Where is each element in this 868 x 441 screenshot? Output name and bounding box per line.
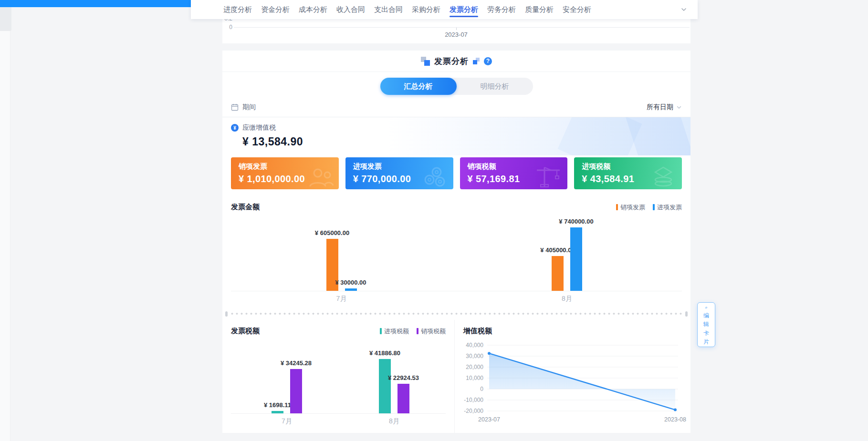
- legend-input-invoice[interactable]: 进项发票: [653, 203, 682, 212]
- x-axis-line: [231, 413, 446, 414]
- y-axis-tick-label: 30,000: [466, 353, 483, 359]
- x-axis-tick-mark: [456, 28, 457, 30]
- legend-label: 进项发票: [657, 203, 682, 212]
- legend: 销项发票 进项发票: [616, 203, 682, 212]
- date-range-value: 所有日期: [647, 103, 673, 112]
- toggle-summary-analysis[interactable]: 汇总分析: [380, 78, 457, 95]
- bar-value-label: ¥ 405000.00: [540, 246, 575, 254]
- tab-income-contract[interactable]: 收入合同: [336, 0, 365, 19]
- y-axis-tick-label: 20,000: [466, 364, 483, 370]
- bar-进项发票-8月[interactable]: [570, 227, 582, 291]
- y-axis-tick-label: -10,000: [464, 397, 483, 403]
- edit-cards-label: 编辑卡片: [703, 311, 710, 347]
- y-axis-tick-label: 40,000: [466, 342, 483, 349]
- tab-procurement-analysis[interactable]: 采购分析: [412, 0, 440, 19]
- edit-cards-icon: [702, 307, 710, 309]
- tab-quality-analysis[interactable]: 质量分析: [525, 0, 554, 19]
- legend-label: 进项税额: [384, 327, 409, 336]
- card-label: 销项税额: [468, 162, 560, 171]
- bar-value-label: ¥ 22924.53: [388, 374, 419, 381]
- legend-marker: [380, 328, 382, 334]
- analysis-nav-bar: 进度分析 资金分析 成本分析 收入合同 支出合同 采购分析 发票分析 劳务分析 …: [191, 0, 698, 19]
- card-value: ¥ 57,169.81: [468, 174, 560, 185]
- card-label: 销项发票: [239, 162, 331, 171]
- tab-expense-contract[interactable]: 支出合同: [374, 0, 403, 19]
- period-filter-row: 期间 所有日期: [222, 98, 690, 117]
- invoice-tax-chart[interactable]: ¥ 1698.11¥ 34245.287月¥ 41886.80¥ 22924.5…: [222, 336, 454, 426]
- legend-marker: [417, 328, 418, 334]
- x-axis-category-label: 8月: [562, 295, 572, 303]
- invoice-tax-header: 发票税额 进项税额 销项税额: [222, 327, 454, 336]
- analysis-mode-toggle-wrap: 汇总分析 明细分析: [222, 78, 690, 95]
- analysis-mode-toggle: 汇总分析 明细分析: [380, 78, 533, 95]
- bar-进项发票-7月[interactable]: [345, 288, 357, 291]
- legend-marker: [616, 204, 618, 210]
- bar-进项税额-7月[interactable]: [272, 411, 283, 413]
- card-input-invoice: 进项发票 ¥ 770,000.00: [345, 157, 453, 189]
- legend-input-tax[interactable]: 进项税额: [380, 327, 409, 336]
- vat-trend-line-chart[interactable]: 40,00030,00020,00010,0000-10,000-20,0002…: [458, 338, 688, 430]
- tab-safety-analysis[interactable]: 安全分析: [563, 0, 591, 19]
- x-axis-line: [234, 27, 690, 28]
- bar-销项税额-8月[interactable]: [397, 384, 409, 413]
- legend-label: 销项发票: [620, 203, 645, 212]
- data-point[interactable]: [674, 409, 677, 411]
- invoice-amount-header: 发票金额 销项发票 进项发票: [222, 203, 690, 212]
- x-axis-label: 2023-07: [478, 416, 500, 423]
- invoice-amount-chart[interactable]: ¥ 605000.00¥ 30000.007月¥ 405000.00¥ 7400…: [222, 212, 690, 307]
- edit-cards-button[interactable]: 编辑卡片: [697, 302, 715, 347]
- invoice-analysis-panel: 发票分析 ? 汇总分析 明细分析 期间 所有日期: [222, 51, 690, 433]
- card-output-tax: 销项税额 ¥ 57,169.81: [460, 157, 568, 189]
- bar-销项发票-8月[interactable]: [552, 256, 564, 291]
- tab-progress-analysis[interactable]: 进度分析: [223, 0, 252, 19]
- date-range-dropdown[interactable]: 所有日期: [647, 103, 682, 112]
- x-axis-category-label: 7月: [282, 417, 292, 426]
- tab-cost-analysis[interactable]: 成本分析: [299, 0, 327, 19]
- data-point[interactable]: [488, 352, 491, 355]
- summary-cards-row: 销项发票 ¥ 1,010,000.00 进项发票 ¥ 770,000.00: [222, 155, 690, 189]
- squares-decor-icon: [421, 57, 430, 66]
- card-output-invoice: 销项发票 ¥ 1,010,000.00: [231, 157, 339, 189]
- left-collapsed-panel: [0, 7, 11, 31]
- dotted-line: [229, 312, 684, 315]
- card-value: ¥ 770,000.00: [353, 174, 446, 185]
- legend: 进项税额 销项税额: [380, 327, 446, 336]
- divider-handle[interactable]: [685, 311, 688, 317]
- toggle-detail-analysis[interactable]: 明细分析: [457, 78, 533, 95]
- help-icon[interactable]: ?: [484, 57, 492, 65]
- tab-labor-analysis[interactable]: 劳务分析: [487, 0, 516, 19]
- chevron-down-icon[interactable]: [680, 5, 688, 14]
- period-label: 期间: [242, 103, 256, 112]
- vat-trend-header: 增值税额: [455, 327, 690, 336]
- x-axis-label: 2023-07: [432, 31, 480, 38]
- banner-decor-shape: [624, 117, 690, 155]
- card-input-tax: 进项税额 ¥ 43,584.91: [574, 157, 682, 189]
- card-value: ¥ 1,010,000.00: [239, 174, 331, 185]
- legend-marker: [653, 204, 655, 210]
- x-axis-label: 2023-08: [664, 416, 686, 423]
- tab-invoice-analysis[interactable]: 发票分析: [450, 0, 478, 19]
- tab-funds-analysis[interactable]: 资金分析: [261, 0, 290, 19]
- y-axis-tick: 0: [218, 24, 232, 31]
- bar-value-label: ¥ 1698.11: [264, 401, 291, 409]
- nav-tabs: 进度分析 资金分析 成本分析 收入合同 支出合同 采购分析 发票分析 劳务分析 …: [223, 0, 591, 19]
- legend-label: 销项税额: [421, 327, 446, 336]
- card-value: ¥ 43,584.91: [582, 174, 674, 185]
- x-axis-category-label: 8月: [389, 417, 399, 426]
- dashboard-page: 进度分析 资金分析 成本分析 收入合同 支出合同 采购分析 发票分析 劳务分析 …: [0, 0, 868, 441]
- calendar-icon: [231, 103, 239, 111]
- chart-title: 发票税额: [231, 327, 260, 336]
- legend-output-invoice[interactable]: 销项发票: [616, 203, 645, 212]
- bar-value-label: ¥ 34245.28: [281, 359, 312, 367]
- y-axis-tick-label: 10,000: [466, 375, 483, 381]
- legend-output-tax[interactable]: 销项税额: [417, 327, 446, 336]
- bar-销项税额-7月[interactable]: [290, 369, 302, 413]
- bar-进项税额-8月[interactable]: [379, 359, 391, 413]
- chevron-down-icon: [676, 104, 682, 110]
- card-label: 进项发票: [353, 162, 446, 171]
- vat-due-banner: ¥ 应缴增值税 ¥ 13,584.90: [222, 117, 690, 155]
- divider-handle[interactable]: [225, 311, 228, 317]
- bar-value-label: ¥ 41886.80: [369, 349, 400, 357]
- card-layout-divider: [225, 311, 688, 316]
- left-edge-strip: [0, 7, 10, 441]
